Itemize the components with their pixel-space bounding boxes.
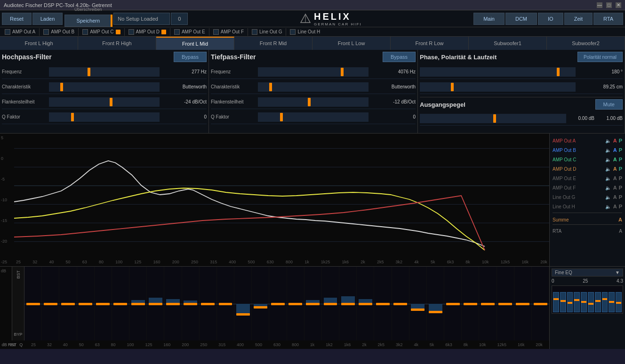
eq-band-19[interactable] (339, 267, 357, 340)
polarity-button[interactable]: Polarität normal (577, 52, 623, 62)
hochpass-frequenz-slider[interactable] (49, 67, 160, 77)
fine-eq-bar-7[interactable] (595, 292, 601, 312)
channel-front-r-low[interactable]: Front R Low (391, 37, 469, 50)
channel-front-l-low[interactable]: Front L Low (312, 37, 391, 50)
setup-status-display: No Setup Loaded (113, 13, 170, 25)
eq-band-16[interactable] (287, 267, 304, 340)
speichern-button[interactable]: Speichern (64, 15, 112, 27)
eq-band-1[interactable] (24, 267, 42, 340)
tiefpass-title: Tiefpass-Filter (211, 53, 256, 61)
channel-subwoofer2[interactable]: Subwoofer2 (547, 37, 625, 50)
hochpass-bypass-button[interactable]: Bypass (174, 52, 207, 62)
fine-eq-bar-4[interactable] (574, 292, 580, 312)
fine-eq-bar-5[interactable] (581, 292, 587, 312)
tiefpass-bypass-button[interactable]: Bypass (383, 52, 416, 62)
amp-e-checkbox[interactable] (174, 29, 180, 35)
legend-amp-b: AMP Out B 🔈 A P (553, 146, 622, 154)
fine-eq-bar-9[interactable] (609, 292, 615, 312)
tiefpass-q-value: 0 (369, 114, 416, 119)
eq-main-panel: dB BST BYP RST .eq-band-col { flex: 1; p… (0, 267, 550, 349)
hochpass-flankensteilheit-slider[interactable] (49, 97, 160, 107)
eq-band-23[interactable] (409, 267, 427, 340)
hochpass-q-slider[interactable] (49, 112, 160, 122)
eq-band-13[interactable] (234, 267, 252, 340)
eq-band-20[interactable] (357, 267, 374, 340)
nav-zeit-button[interactable]: Zeit (564, 13, 593, 25)
maximize-button[interactable]: □ (606, 2, 612, 8)
eq-band-27[interactable] (479, 267, 497, 340)
eq-band-22[interactable] (392, 267, 409, 340)
eq-band-15[interactable] (269, 267, 287, 340)
eq-band-14[interactable] (252, 267, 269, 340)
eq-band-17[interactable] (304, 267, 322, 340)
eq-band-7[interactable] (129, 267, 147, 340)
eq-band-24[interactable] (427, 267, 444, 340)
eq-band-21[interactable] (374, 267, 392, 340)
line-h-checkbox[interactable] (290, 29, 296, 35)
channel-front-r-high[interactable]: Front R High (78, 37, 156, 50)
tiefpass-charakteristik-slider[interactable] (258, 82, 369, 92)
channel-front-l-mid[interactable]: Front L Mid (156, 37, 234, 50)
fine-eq-bar-10[interactable] (616, 292, 622, 312)
eq-band-3[interactable] (59, 267, 77, 340)
hochpass-charakteristik-slider[interactable] (49, 82, 160, 92)
eq-band-25[interactable] (444, 267, 462, 340)
hochpass-title: Hochpass-Filter (2, 53, 52, 61)
legend-amp-f: AMP Out F 🔈 A P (553, 183, 622, 192)
titlebar-controls: — □ ✕ (597, 2, 621, 8)
eq-band-10[interactable] (182, 267, 200, 340)
fine-eq-bar-1[interactable] (553, 292, 559, 312)
eq-band-30[interactable] (532, 267, 549, 340)
eq-band-28[interactable] (497, 267, 514, 340)
eq-band-11[interactable] (200, 267, 217, 340)
eq-band-2[interactable] (42, 267, 59, 340)
amp-out-f: AMP Out F (210, 29, 247, 35)
tiefpass-charakteristik-value: Butterworth (369, 84, 416, 89)
fine-eq-title: Fine EQ ▼ (552, 269, 623, 277)
mute-button[interactable]: Mute (595, 99, 623, 110)
eq-band-12[interactable] (217, 267, 234, 340)
amp-d-checkbox[interactable] (128, 29, 134, 35)
nav-dcm-button[interactable]: DCM (505, 13, 537, 25)
minimize-button[interactable]: — (597, 2, 602, 8)
hochpass-frequenz-label: Frequenz (2, 69, 49, 74)
legend-rta-row: RTA A (553, 229, 622, 234)
tiefpass-q-slider[interactable] (258, 112, 369, 122)
eq-band-29[interactable] (514, 267, 532, 340)
nav-rta-button[interactable]: RTA (593, 13, 623, 25)
reset-button[interactable]: Reset (2, 13, 32, 25)
fine-eq-bar-8[interactable] (602, 292, 608, 312)
amp-b-checkbox[interactable] (43, 29, 49, 35)
ausgangspegel-slider[interactable] (420, 114, 566, 123)
nav-io-button[interactable]: IO (538, 13, 563, 25)
ausgangspegel-title: Ausgangspegel (420, 101, 465, 108)
helix-icon (300, 13, 311, 24)
amp-out-b: AMP Out B (40, 29, 77, 35)
laufzeit-value: 89.25 cm (576, 84, 623, 89)
tiefpass-frequenz-slider[interactable] (258, 67, 369, 77)
eq-band-18[interactable] (322, 267, 339, 340)
tiefpass-flankensteilheit-slider[interactable] (258, 97, 369, 107)
channel-front-r-mid[interactable]: Front R Mid (234, 37, 312, 50)
eq-band-4[interactable] (77, 267, 95, 340)
amp-c-checkbox[interactable] (82, 29, 88, 35)
eq-band-8[interactable] (147, 267, 164, 340)
laufzeit-slider[interactable] (420, 82, 576, 92)
eq-band-5[interactable] (95, 267, 112, 340)
nav-main-button[interactable]: Main (473, 13, 505, 25)
eq-band-6[interactable] (112, 267, 129, 340)
fine-eq-bar-6[interactable] (588, 292, 594, 312)
hochpass-flankensteilheit-label: Flankensteilheit (2, 99, 49, 104)
fine-eq-bar-2[interactable] (560, 292, 566, 312)
line-g-checkbox[interactable] (252, 29, 257, 35)
channel-subwoofer1[interactable]: Subwoofer1 (469, 37, 547, 50)
amp-f-checkbox[interactable] (213, 29, 219, 35)
fine-eq-bar-3[interactable] (567, 292, 573, 312)
eq-band-9[interactable] (164, 267, 182, 340)
amp-a-checkbox[interactable] (5, 29, 10, 35)
phase-slider[interactable] (420, 67, 576, 77)
laden-button[interactable]: Laden (32, 13, 63, 25)
eq-band-26[interactable] (462, 267, 479, 340)
close-button[interactable]: ✕ (616, 2, 621, 8)
channel-front-l-high[interactable]: Front L High (0, 37, 78, 50)
